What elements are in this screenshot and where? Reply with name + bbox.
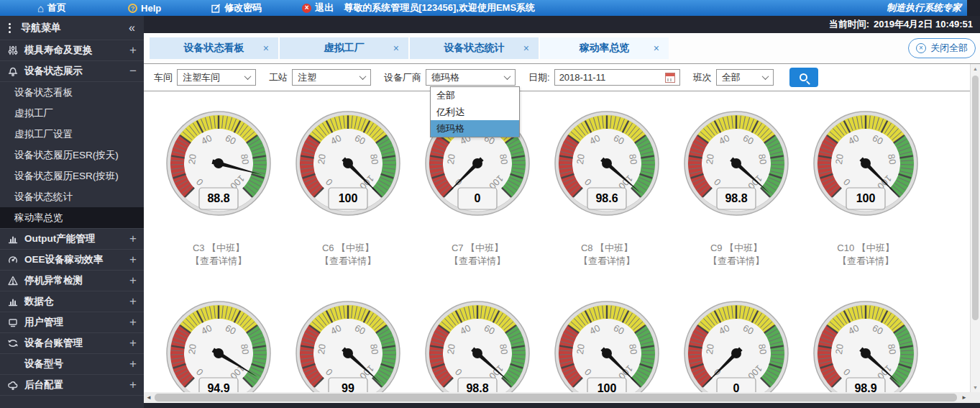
svg-text:99: 99 [342,382,354,392]
gauge-c8: 02040608010098.6 [553,109,661,220]
vendor-filter: 设备厂商 德玛格 [384,69,516,86]
svg-text:80: 80 [239,343,251,355]
horizontal-scrollbar[interactable] [144,392,980,403]
tab-label: 设备状态看板 [184,42,244,55]
gauge-c9: 02040608010098.8 [682,109,790,220]
workshop-select[interactable]: 注塑车间 [177,69,256,86]
sidebar-item-utilization-overview[interactable]: 稼动率总览 [0,207,144,228]
sidebar-item-status-history-esr-shift[interactable]: 设备状态履历ESR(按班) [0,166,144,186]
sidebar-item-status-statistics[interactable]: 设备状态统计 [0,186,144,207]
brand-title: 制造执行系统专家 [887,1,961,14]
sidebar-item-virtual-factory-settings[interactable]: 虚拟工厂设置 [0,124,144,145]
vendor-option[interactable]: 亿利达 [431,104,519,120]
vendor-option[interactable]: 全部 [431,87,519,104]
sidebar-collapse-icon[interactable] [129,22,135,35]
close-all-label: 关闭全部 [930,42,968,55]
sidebar-item-virtual-factory[interactable]: 虚拟工厂 [0,103,144,124]
view-detail-link[interactable]: 【查看详情】 [579,255,635,268]
expand-icon[interactable]: + [129,294,137,309]
expand-icon[interactable]: + [129,378,137,392]
vertical-scrollbar[interactable] [970,64,980,392]
svg-text:80: 80 [756,153,769,166]
expand-icon[interactable]: + [129,232,137,246]
svg-text:20: 20 [574,343,587,355]
sidebar-section-data-warehouse[interactable]: 数据仓+ [0,291,144,312]
expand-icon[interactable]: + [129,315,137,330]
view-detail-link[interactable]: 【查看详情】 [708,255,764,268]
scroll-left-arrow[interactable] [146,394,152,401]
tab-close-icon[interactable]: × [654,42,659,54]
date-label: 日期: [528,71,550,84]
sidebar-section-output-capacity[interactable]: Output产能管理+ [0,229,144,250]
tab-close-icon[interactable]: × [263,42,269,54]
shift-select[interactable]: 全部 [716,69,774,86]
sidebar: 导航菜单 模具寿命及更换+设备状态展示−设备状态看板虚拟工厂虚拟工厂设置设备状态… [0,16,144,408]
svg-text:100: 100 [339,192,358,204]
svg-text:98.8: 98.8 [466,382,488,392]
change-password-label: 修改密码 [224,1,262,14]
monitor-icon [7,317,22,328]
gauge-c3: 02040608010088.8 [165,109,273,220]
tab-status-statistics[interactable]: 设备状态统计× [410,37,539,59]
close-all-tabs-button[interactable]: 关闭全部 [908,38,976,58]
vendor-option[interactable]: 德玛格 [431,120,519,137]
svg-text:100: 100 [856,192,876,204]
svg-text:20: 20 [316,343,328,355]
tab-label: 虚拟工厂 [324,42,365,55]
vertical-scroll-thumb[interactable] [972,76,979,320]
tab-close-icon[interactable]: × [523,42,529,54]
station-select[interactable]: 注塑 [292,69,371,86]
home-button[interactable]: 首页 [37,1,66,14]
sidebar-section-backend-config[interactable]: 后台配置+ [0,375,144,396]
close-circle-icon [916,43,926,53]
sidebar-section-equipment-status-display[interactable]: 设备状态展示− [0,61,144,82]
gauge-chart: 02040608010088.8 [165,109,273,217]
vendor-select[interactable]: 德玛格 [426,69,516,86]
view-detail-link[interactable]: 【查看详情】 [191,255,247,268]
home-icon [37,2,44,14]
gauge-card-c10: 020406080100100C10 【中班】【查看详情】 [801,109,930,268]
view-detail-link[interactable]: 【查看详情】 [838,255,894,268]
logout-button[interactable]: 退出 [302,1,334,14]
scroll-down-arrow[interactable] [971,385,980,390]
help-button[interactable]: Help [128,3,161,14]
tab-utilization-overview[interactable]: 稼动率总览× [540,37,669,59]
svg-text:20: 20 [445,343,457,355]
search-button[interactable] [789,68,818,87]
expand-icon[interactable]: + [129,253,137,267]
sidebar-section-oee-efficiency[interactable]: OEE设备稼动效率+ [0,250,144,271]
tab-close-icon[interactable]: × [393,42,399,54]
view-detail-link[interactable]: 【查看详情】 [449,255,505,268]
scroll-up-arrow[interactable] [971,66,980,71]
svg-text:98.8: 98.8 [725,192,747,204]
gauge-icon [7,254,22,266]
shift-filter: 班次 全部 [693,69,774,86]
gauge-card-r2-1: 02040608010094.9 [154,299,283,392]
expand-icon[interactable]: + [129,336,137,350]
gauge-card-c9: 02040608010098.8C9 【中班】【查看详情】 [672,109,801,268]
bell-icon [7,65,22,77]
sidebar-section-label: OEE设备稼动效率 [24,253,104,266]
sidebar-section-equipment-model[interactable]: 设备型号+ [0,354,144,375]
sidebar-item-status-history-esr-day[interactable]: 设备状态履历ESR(按天) [0,145,144,166]
sidebar-section-equipment-ledger[interactable]: 设备台账管理+ [0,333,144,354]
tab-virtual-factory[interactable]: 虚拟工厂× [280,37,408,59]
sidebar-section-label: 用户管理 [24,316,63,329]
tab-status-board[interactable]: 设备状态看板× [150,37,278,59]
sidebar-section-user-management[interactable]: 用户管理+ [0,312,144,333]
calendar-icon[interactable] [665,73,675,83]
scroll-right-arrow[interactable] [961,394,967,401]
topbar-corner [967,0,980,16]
change-password-button[interactable]: 修改密码 [211,1,262,14]
expand-icon[interactable]: + [129,273,137,288]
sidebar-section-downtime-detection[interactable]: 停机异常检测+ [0,271,144,291]
gauge-chart: 02040608010098.8 [423,299,531,392]
sidebar-item-status-board[interactable]: 设备状态看板 [0,82,144,103]
sidebar-section-mold-life[interactable]: 模具寿命及更换+ [0,40,144,61]
date-input[interactable]: 2018-11-11 [554,69,680,86]
expand-icon[interactable]: + [129,357,137,371]
horizontal-scroll-thumb[interactable] [155,394,957,402]
collapse-icon[interactable]: − [129,64,137,78]
expand-icon[interactable]: + [129,43,137,58]
view-detail-link[interactable]: 【查看详情】 [320,255,376,268]
